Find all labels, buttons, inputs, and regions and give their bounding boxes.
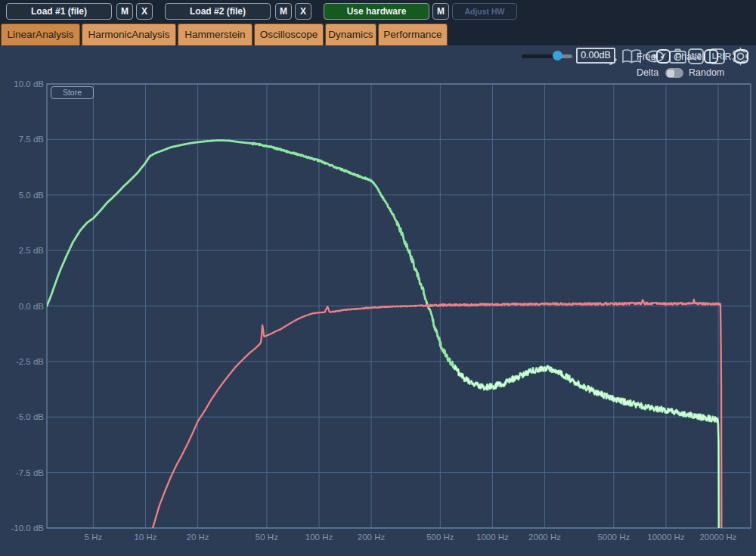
y-tick-label: -7.5 dB xyxy=(16,468,44,477)
y-tick-label: 7.5 dB xyxy=(19,135,45,144)
x-tick-label: 10000 Hz xyxy=(647,533,684,542)
frequency-response-chart: 5 Hz10 Hz20 Hz50 Hz100 Hz200 Hz500 Hz100… xyxy=(0,0,756,556)
x-tick-label: 50 Hz xyxy=(256,533,278,542)
curve-1-green-core xyxy=(454,365,719,556)
x-tick-label: 500 Hz xyxy=(426,533,454,542)
x-tick-label: 2000 Hz xyxy=(528,533,561,542)
y-tick-label: -2.5 dB xyxy=(16,357,44,366)
plugin-analyzer-window: Load #1 (file) M X Load #2 (file) M X Us… xyxy=(0,0,756,556)
y-tick-label: 10.0 dB xyxy=(14,79,44,89)
x-tick-label: 100 Hz xyxy=(305,533,333,542)
x-tick-label: 1000 Hz xyxy=(476,533,509,542)
x-tick-label: 5000 Hz xyxy=(597,533,630,542)
y-tick-label: -10.0 dB xyxy=(11,523,45,533)
store-button[interactable]: Store xyxy=(51,86,94,99)
x-tick-label: 5 Hz xyxy=(85,533,103,542)
curve-2-red xyxy=(150,300,722,556)
curve-1-green xyxy=(47,141,719,556)
y-tick-label: -5.0 dB xyxy=(16,412,44,421)
y-tick-label: 5.0 dB xyxy=(19,191,45,200)
y-tick-label: 0.0 dB xyxy=(19,302,45,311)
x-tick-label: 200 Hz xyxy=(358,533,386,542)
x-tick-label: 20 Hz xyxy=(187,533,209,542)
x-tick-label: 10 Hz xyxy=(134,533,156,542)
y-tick-label: 2.5 dB xyxy=(19,246,45,255)
x-tick-label: 20000 Hz xyxy=(699,533,736,542)
